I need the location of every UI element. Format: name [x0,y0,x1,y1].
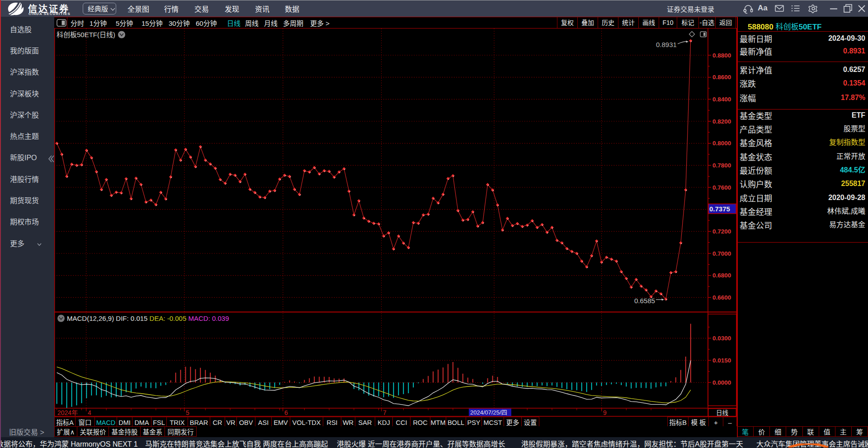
svg-text:0.8600: 0.8600 [712,74,731,81]
svg-text:0.0150: 0.0150 [712,357,731,364]
svg-text:0.7600: 0.7600 [712,184,731,191]
svg-text:0.8931: 0.8931 [656,41,677,48]
svg-text:0.8400: 0.8400 [712,96,731,103]
svg-text:0.6800: 0.6800 [712,272,731,279]
svg-text:2024年: 2024年 [57,408,78,417]
svg-text:9: 9 [603,409,607,416]
svg-text:0.0000: 0.0000 [712,379,731,386]
svg-text:0.8800: 0.8800 [712,52,731,59]
svg-text:7: 7 [383,409,387,416]
svg-text:日线: 日线 [716,408,728,417]
svg-text:0.6600: 0.6600 [712,294,731,301]
svg-text:2024/07/25/四: 2024/07/25/四 [470,408,507,416]
svg-text:0.8200: 0.8200 [712,118,731,125]
svg-text:4: 4 [88,409,91,416]
svg-text:0.6585: 0.6585 [634,297,655,305]
svg-text:科创板50ETF(日线): 科创板50ETF(日线) [57,29,115,39]
svg-text:0.7375: 0.7375 [709,205,730,213]
svg-text:0.7800: 0.7800 [712,162,731,169]
svg-text:0.7000: 0.7000 [712,250,731,257]
svg-text:5: 5 [186,409,189,416]
svg-text:0.0300: 0.0300 [712,335,731,342]
svg-text:MACD(12,26,9) DIF: 0.015 DEA: MACD(12,26,9) DIF: 0.015 DEA: -0.005 MAC… [67,315,229,322]
svg-text:6: 6 [284,409,288,416]
svg-text:0.8000: 0.8000 [712,140,731,147]
svg-text:0.7200: 0.7200 [712,228,731,235]
